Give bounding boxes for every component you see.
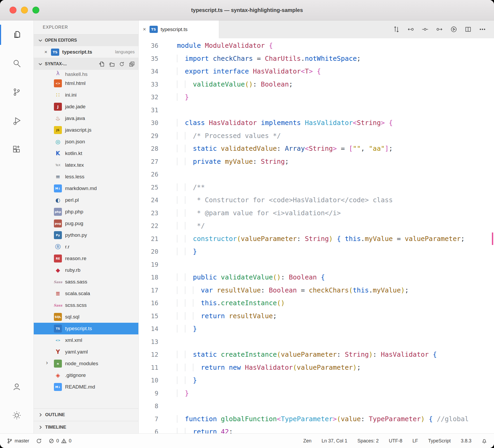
line-number[interactable]: 13 (139, 335, 166, 348)
file-item-javascript-js[interactable]: JSjavascript.js (34, 124, 138, 136)
collapse-all-button[interactable] (129, 61, 135, 67)
code-line-27[interactable]: 27 private myValue: String; (139, 155, 494, 168)
code-line-14[interactable]: 14 } (139, 322, 494, 335)
line-number[interactable]: 32 (139, 91, 166, 104)
code-line-18[interactable]: 18 public validateValue(): Boolean { (139, 271, 494, 284)
line-number[interactable]: 26 (139, 168, 166, 181)
line-number[interactable]: 30 (139, 117, 166, 130)
code-line-33[interactable]: 33 validateValue(): Boolean; (139, 78, 494, 91)
code-line-16[interactable]: 16 this.createInstance() (139, 297, 494, 310)
code-line-17[interactable]: 17 var resultValue: Boolean = checkChars… (139, 284, 494, 297)
file-item-sql-sql[interactable]: SQLsql.sql (34, 311, 138, 323)
open-editors-header[interactable]: OPEN EDITORS (34, 34, 138, 46)
previous-change-button[interactable] (407, 26, 414, 33)
code-line-22[interactable]: 22 */ (139, 219, 494, 232)
encoding-indicator[interactable]: UTF-8 (389, 438, 402, 444)
version-indicator[interactable]: 3.8.3 (461, 438, 471, 444)
line-number[interactable]: 16 (139, 297, 166, 310)
activity-search[interactable] (0, 49, 33, 78)
line-number[interactable]: 6 (139, 425, 166, 433)
file-item-gitignore[interactable]: ◈.gitignore (34, 369, 138, 381)
file-item-yaml-yaml[interactable]: Yyaml.yaml (34, 346, 138, 358)
line-number[interactable]: 35 (139, 52, 166, 65)
file-item-reason-re[interactable]: REreason.re (34, 253, 138, 264)
code-line-23[interactable]: 23 * @param value for <i>validation</i> (139, 207, 494, 220)
activity-account[interactable] (0, 372, 33, 401)
file-item-node-modules[interactable]: ›nnode_modules (34, 358, 138, 369)
code-line-20[interactable]: 20 } (139, 245, 494, 258)
line-number[interactable]: 23 (139, 207, 166, 220)
code-line-7[interactable]: 7 function globalFunction<TypeParameter>… (139, 413, 494, 426)
file-item-sass-sass[interactable]: Sasssass.sass (34, 276, 138, 288)
line-number[interactable]: 9 (139, 387, 166, 400)
compare-changes-button[interactable] (393, 26, 400, 33)
line-number[interactable]: 17 (139, 284, 166, 297)
code-line-25[interactable]: 25 /** (139, 181, 494, 194)
code-line-13[interactable]: 13 (139, 335, 494, 348)
line-number[interactable]: 14 (139, 322, 166, 335)
cursor-position[interactable]: Ln 37, Col 1 (322, 438, 347, 444)
more-actions-button[interactable] (479, 26, 486, 33)
file-item-xml-xml[interactable]: <>xml.xml (34, 334, 138, 346)
file-item-ini-ini[interactable]: ∷ini.ini (34, 89, 138, 101)
line-number[interactable]: 27 (139, 155, 166, 168)
file-item-latex-tex[interactable]: TeXlatex.tex (34, 159, 138, 171)
code-line-19[interactable]: 19 (139, 258, 494, 271)
code-line-32[interactable]: 32 } (139, 91, 494, 104)
code-line-9[interactable]: 9 } (139, 387, 494, 400)
line-number[interactable]: 29 (139, 130, 166, 143)
next-change-button[interactable] (436, 26, 443, 33)
zen-indicator[interactable]: Zen (303, 438, 312, 444)
file-item-json-json[interactable]: ◎json.json (34, 136, 138, 148)
close-icon[interactable]: × (143, 26, 146, 32)
file-item-kotlin-kt[interactable]: Kkotlin.kt (34, 148, 138, 159)
activity-source-control[interactable] (0, 78, 33, 106)
code-line-12[interactable]: 12 static createInstance(valueParameter:… (139, 348, 494, 361)
code-line-28[interactable]: 28 static validatedValue: Array<String> … (139, 142, 494, 155)
line-number[interactable]: 33 (139, 78, 166, 91)
file-item-scala-scala[interactable]: ≣scala.scala (34, 288, 138, 299)
code-line-15[interactable]: 15 return resultValue; (139, 310, 494, 323)
problems-indicator[interactable]: 0 0 (49, 438, 71, 444)
line-number[interactable]: 36 (139, 39, 166, 52)
line-number[interactable]: 34 (139, 65, 166, 78)
code-line-36[interactable]: 36module ModuleValidator { (139, 39, 494, 52)
close-icon[interactable]: × (44, 49, 47, 55)
line-number[interactable]: 22 (139, 219, 166, 232)
code-line-30[interactable]: 30 class HasValidator implements HasVali… (139, 117, 494, 130)
split-editor-button[interactable] (465, 26, 472, 33)
code-line-29[interactable]: 29 /* Processed values */ (139, 130, 494, 143)
line-number[interactable]: 11 (139, 361, 166, 374)
line-number[interactable]: 18 (139, 271, 166, 284)
file-item-r-r[interactable]: Ⓡr.r (34, 241, 138, 253)
tab-typescript-ts[interactable]: × TS typescript.ts (139, 20, 219, 38)
line-number[interactable]: 24 (139, 194, 166, 207)
line-number[interactable]: 15 (139, 310, 166, 323)
code-line-34[interactable]: 34 export interface HasValidator<T> { (139, 65, 494, 78)
line-number[interactable]: 20 (139, 245, 166, 258)
indentation-indicator[interactable]: Spaces: 2 (357, 438, 379, 444)
line-number[interactable]: 12 (139, 348, 166, 361)
code-line-11[interactable]: 11 return new HasValidator(valueParamete… (139, 361, 494, 374)
branch-indicator[interactable]: master (7, 438, 29, 444)
line-number[interactable]: 10 (139, 374, 166, 387)
notifications-button[interactable] (482, 438, 487, 444)
code-line-24[interactable]: 24 * Constructor for <code>HasValidator<… (139, 194, 494, 207)
code-line-8[interactable]: 8 (139, 400, 494, 413)
file-item-ruby-rb[interactable]: ◆ruby.rb (34, 264, 138, 276)
code-line-21[interactable]: 21 constructor(valueParameter: String) {… (139, 232, 494, 245)
title-bar[interactable]: typescript.ts — syntax-highlighting-samp… (0, 0, 494, 20)
code-line-10[interactable]: 10 } (139, 374, 494, 387)
file-item-readme-md[interactable]: M↓README.md (34, 381, 138, 393)
activity-run-debug[interactable] (0, 106, 33, 135)
file-item-pug-pug[interactable]: pugpug.pug (34, 218, 138, 229)
line-number[interactable]: 31 (139, 104, 166, 117)
line-number[interactable]: 7 (139, 413, 166, 426)
outline-section[interactable]: OUTLINE (34, 408, 138, 421)
file-item-haskell-hs[interactable]: λhaskell.hs (34, 70, 138, 77)
new-folder-button[interactable] (109, 61, 114, 67)
file-item-html-html[interactable]: <>html.html (34, 77, 138, 89)
line-number[interactable]: 19 (139, 258, 166, 271)
code-line-31[interactable]: 31 (139, 104, 494, 117)
language-mode[interactable]: TypeScript (428, 438, 451, 444)
